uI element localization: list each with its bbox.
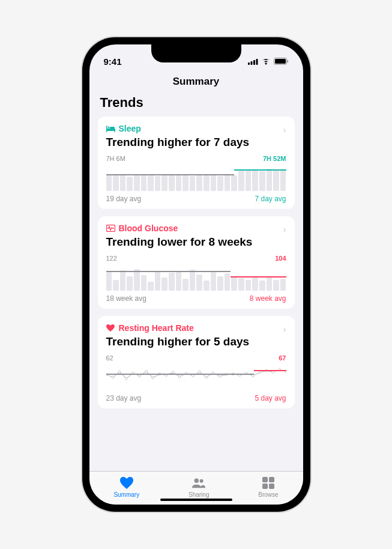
svg-point-19 bbox=[145, 370, 147, 372]
svg-rect-43 bbox=[262, 477, 268, 482]
people-icon bbox=[191, 476, 206, 490]
card-title: Sleep bbox=[119, 124, 141, 133]
old-value-label: 122 bbox=[106, 255, 117, 262]
phone-frame: 9:41 Summary Trends › Sleep Trending hig… bbox=[82, 37, 310, 512]
svg-point-15 bbox=[118, 371, 121, 373]
svg-rect-6 bbox=[287, 60, 288, 62]
svg-point-41 bbox=[194, 479, 199, 483]
trend-headline: Trending higher for 7 days bbox=[106, 136, 286, 149]
wifi-icon bbox=[261, 56, 271, 67]
new-value-label: 67 bbox=[279, 354, 286, 362]
svg-rect-3 bbox=[256, 59, 258, 65]
status-time: 9:41 bbox=[104, 56, 122, 67]
new-avg-label: 8 week avg bbox=[250, 294, 286, 303]
svg-point-20 bbox=[151, 377, 154, 379]
svg-rect-46 bbox=[269, 484, 274, 489]
chevron-right-icon: › bbox=[283, 225, 286, 234]
heart-fill-icon bbox=[119, 476, 134, 490]
svg-point-27 bbox=[198, 371, 201, 373]
new-avg-label: 7 day avg bbox=[255, 195, 286, 203]
tab-label: Summary bbox=[113, 491, 139, 498]
trend-card-glucose[interactable]: › Blood Glucose Trending lower for 8 wee… bbox=[98, 216, 295, 309]
home-indicator[interactable] bbox=[160, 499, 232, 501]
card-title: Resting Heart Rate bbox=[119, 323, 194, 333]
section-header-trends: Trends bbox=[98, 91, 295, 117]
new-value-label: 104 bbox=[275, 255, 286, 262]
svg-point-42 bbox=[200, 479, 204, 483]
new-avg-label: 5 day avg bbox=[255, 394, 286, 402]
heart-rate-chart: 62 67 bbox=[106, 354, 286, 390]
new-value-label: 7H 52M bbox=[263, 155, 286, 162]
sleep-chart: 7H 6M 7H 52M bbox=[106, 155, 286, 191]
svg-point-24 bbox=[178, 375, 181, 378]
tab-sharing[interactable]: Sharing bbox=[188, 476, 209, 498]
svg-point-36 bbox=[258, 371, 261, 374]
svg-rect-0 bbox=[248, 62, 250, 65]
glucose-chart: 122 104 bbox=[106, 255, 286, 291]
bed-icon bbox=[106, 124, 115, 133]
svg-rect-2 bbox=[253, 60, 255, 65]
old-value-label: 7H 6M bbox=[106, 155, 125, 162]
svg-point-16 bbox=[125, 377, 127, 380]
trend-headline: Trending lower for 8 weeks bbox=[106, 235, 286, 249]
svg-rect-8 bbox=[106, 129, 115, 131]
heart-icon bbox=[106, 324, 115, 333]
svg-rect-9 bbox=[114, 129, 115, 132]
tab-label: Browse bbox=[258, 491, 278, 498]
tab-label: Sharing bbox=[188, 491, 209, 498]
svg-rect-11 bbox=[110, 127, 115, 129]
svg-point-10 bbox=[107, 126, 109, 128]
svg-rect-45 bbox=[262, 484, 268, 489]
svg-rect-5 bbox=[275, 59, 286, 64]
chevron-right-icon: › bbox=[283, 125, 286, 135]
card-title: Blood Glucose bbox=[119, 223, 178, 233]
chevron-right-icon: › bbox=[283, 324, 286, 334]
glucose-icon bbox=[106, 224, 115, 233]
old-avg-label: 18 week avg bbox=[106, 294, 146, 303]
svg-rect-44 bbox=[269, 477, 274, 482]
old-value-label: 62 bbox=[106, 354, 113, 362]
battery-icon bbox=[274, 56, 289, 67]
status-icons bbox=[248, 56, 289, 67]
trend-card-sleep[interactable]: › Sleep Trending higher for 7 days 7H 6M… bbox=[98, 117, 295, 209]
page-title: Summary bbox=[89, 71, 303, 91]
tab-summary[interactable]: Summary bbox=[113, 476, 139, 498]
svg-point-28 bbox=[205, 376, 207, 378]
content-scroll[interactable]: Trends › Sleep Trending higher for 7 day… bbox=[89, 91, 303, 471]
cellular-icon bbox=[248, 56, 258, 67]
old-avg-label: 19 day avg bbox=[106, 195, 142, 203]
svg-rect-1 bbox=[250, 61, 252, 65]
trend-headline: Trending higher for 5 days bbox=[106, 335, 286, 348]
grid-icon bbox=[261, 476, 276, 490]
notch bbox=[151, 44, 241, 62]
trend-card-heart-rate[interactable]: › Resting Heart Rate Trending higher for… bbox=[98, 316, 295, 408]
svg-point-30 bbox=[218, 375, 220, 377]
phone-screen: 9:41 Summary Trends › Sleep Trending hig… bbox=[89, 44, 303, 505]
svg-point-14 bbox=[112, 376, 114, 378]
svg-point-23 bbox=[172, 371, 174, 374]
tab-browse[interactable]: Browse bbox=[258, 476, 278, 498]
old-avg-label: 23 day avg bbox=[106, 394, 142, 402]
